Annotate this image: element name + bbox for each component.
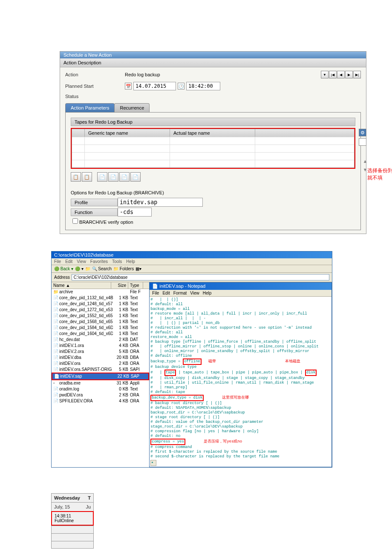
file-row[interactable]: 📄initDEV.ora2 KBORA [52, 361, 149, 367]
file-row[interactable]: 📄core_dev_pid_1604_tid_x6D...1 KBText [52, 331, 149, 337]
calendar-empty [51, 541, 94, 549]
notepad-title: 📄 initDEV.sap - Notepad [150, 283, 331, 290]
menu-edit[interactable]: Edit [162, 291, 170, 295]
delete-row-button[interactable]: 📋 [82, 172, 92, 182]
explorer-title: C:\oracle\DEV\102\database [52, 251, 332, 258]
time-input[interactable] [186, 82, 220, 90]
profile-label: Profile [71, 199, 118, 206]
calendar-j: Ju [86, 504, 91, 509]
calendar-icon[interactable]: 📅 [125, 83, 132, 90]
views-button[interactable]: ▦▾ [135, 266, 141, 271]
folders-button[interactable]: 📁 Folders [113, 266, 134, 271]
file-list: Name ▲ Size Type 📁archiveFile F📄core_dev… [52, 282, 149, 467]
explorer-menu: FileEditViewFavoritesToolsHelp [52, 258, 332, 265]
clock-icon[interactable]: 🕐 [178, 83, 184, 90]
options-header: Options for Redo Log Backup (BRARCHIVE) [71, 190, 355, 195]
dropdown-icon[interactable]: ▼ [321, 71, 329, 78]
calendar-date: July, 15 [54, 504, 70, 509]
menu-tools[interactable]: Tools [112, 259, 122, 264]
address-input[interactable] [72, 274, 329, 280]
notepad-menu: FileEditFormatViewHelp [150, 290, 331, 297]
tapes-header: Tapes for Redo Log Backup [71, 118, 355, 126]
tab-content: Tapes for Redo Log Backup Generic tape n… [65, 112, 361, 230]
back-button[interactable]: 🟢 Back ▾ [54, 266, 73, 271]
status-label: Status [65, 94, 125, 99]
file-row[interactable]: 📄hc_dev.dat2 KBDAT [52, 337, 149, 343]
explorer-window: C:\oracle\DEV\102\database FileEditViewF… [51, 251, 332, 468]
file-row[interactable]: 📄initDEV.1.ora4 KBORA [52, 343, 149, 349]
function-label: Function [71, 208, 118, 216]
file-row[interactable]: 📄core_dev_pid_1272_tid_x534...1 KBText [52, 307, 149, 313]
scroll-up-icon[interactable]: ▲ [359, 159, 372, 164]
profile-input[interactable] [118, 198, 203, 207]
forward-button[interactable]: 🟢 ▾ [75, 266, 84, 271]
col-generic-tape: Generic tape name [85, 129, 170, 137]
verify-label: BRARCHIVE verify option [79, 220, 133, 225]
duplicate-button[interactable]: 📄 [130, 172, 141, 182]
verify-checkbox[interactable] [72, 218, 78, 224]
calendar-empty [51, 533, 94, 541]
file-row[interactable]: 📄core_dev_pid_1568_tid_x65C...1 KBText [52, 319, 149, 325]
calendar-day: Wednesday [54, 495, 80, 500]
first-button[interactable]: |◀ [329, 71, 337, 78]
table-corner [72, 129, 85, 137]
calendar-t: T [88, 495, 91, 500]
file-row[interactable]: 📄core_dev_pid_1132_tid_x4B0...1 KBText [52, 295, 149, 301]
file-row[interactable]: ▫oradba.exe31 KBAppli [52, 380, 149, 386]
action-label: Action [65, 72, 125, 77]
col-size[interactable]: Size [111, 282, 128, 289]
file-row[interactable]: 📄initDEV.2.ora5 KBORA [52, 349, 149, 355]
file-row[interactable]: 📄oradim.log0 KBText [52, 386, 149, 392]
prev-button[interactable]: ◀ [337, 71, 345, 78]
planned-start-label: Planned Start [65, 84, 125, 89]
menu-help[interactable]: Help [203, 291, 212, 295]
calendar-widget: Wednesday T July, 15 Ju 14:38:11 FullOnl… [51, 493, 94, 549]
file-row[interactable]: 📄initDEV.ora.SAPINST-ORIG5 KBSAPI [52, 367, 149, 373]
last-button[interactable]: ▶| [353, 71, 361, 78]
menu-view[interactable]: View [190, 291, 199, 295]
tab-action-parameters[interactable]: Action Parameters [65, 103, 115, 112]
action-value: Redo log backup [125, 72, 160, 77]
menu-view[interactable]: View [77, 259, 86, 264]
table-settings-icon[interactable]: ⚙ [359, 129, 366, 136]
menu-file[interactable]: File [152, 291, 159, 295]
col-type[interactable]: Type [128, 282, 143, 289]
tapes-table: Generic tape name Actual tape name [72, 129, 355, 168]
file-row[interactable]: 📄SPFILEDEV.ORA4 KBORA [52, 398, 149, 404]
address-label: Address [54, 275, 70, 280]
section-header: Action Description [60, 58, 366, 67]
table-checkbox[interactable] [359, 138, 366, 146]
dialog-title-bar: Schedule a New Action [60, 52, 366, 58]
notepad-window: 📄 initDEV.sap - Notepad FileEditFormatVi… [149, 282, 332, 467]
menu-favorites[interactable]: Favorites [90, 259, 108, 264]
cut-button[interactable]: 📄 [119, 172, 130, 182]
file-row[interactable]: 📄pwdDEV.ora2 KBORA [52, 392, 149, 398]
date-input[interactable] [133, 82, 176, 90]
menu-help[interactable]: Help [126, 259, 135, 264]
file-row[interactable]: 📄initDEV.dba20 KBDBA [52, 355, 149, 361]
tab-recurrence[interactable]: Recurrence [114, 103, 150, 112]
calendar-empty [51, 526, 94, 533]
notepad-body[interactable]: # | | ()]# default: allbackup_mode = all… [150, 297, 331, 467]
file-row[interactable]: 📁archiveFile F [52, 289, 149, 295]
schedule-action-dialog: Schedule a New Action Action Description… [60, 51, 366, 234]
menu-file[interactable]: File [54, 259, 61, 264]
dialog-body: Action Redo log backup ▼ |◀ ◀ ▶ ▶| Plann… [60, 67, 366, 234]
file-row[interactable]: 📄core_dev_pid_1584_tid_x6D...1 KBText [52, 325, 149, 331]
menu-edit[interactable]: Edit [65, 259, 72, 264]
calendar-status: 14:38:11 FullOnline [51, 511, 94, 526]
function-input[interactable] [118, 208, 152, 217]
next-button[interactable]: ▶ [345, 71, 353, 78]
search-button[interactable]: 🔍 Search [92, 266, 112, 271]
file-row[interactable]: 📄core_dev_pid_1552_tid_x650...1 KBText [52, 313, 149, 319]
up-button[interactable]: 📁 [85, 266, 90, 271]
file-row[interactable]: 📄core_dev_pid_1248_tid_x578...1 KBText [52, 301, 149, 307]
col-actual-tape: Actual tape name [170, 129, 255, 137]
paste-button[interactable]: 📄 [108, 172, 118, 182]
file-row[interactable]: 📄initDEV.sap22 KBSAP [52, 373, 149, 380]
copy-button[interactable]: 📄 [97, 172, 107, 182]
menu-format[interactable]: Format [173, 291, 187, 295]
insert-row-button[interactable]: 📋 [71, 172, 81, 182]
col-name[interactable]: Name ▲ [52, 282, 111, 289]
annotation-drive: 选择备份到的盘符，如果是本地就不填 [367, 167, 392, 182]
